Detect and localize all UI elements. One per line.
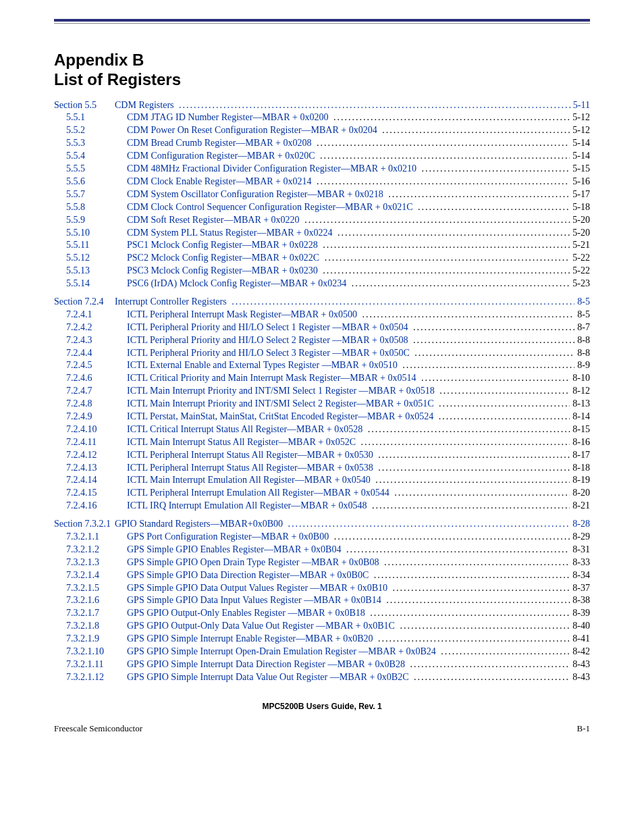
toc-entry-title[interactable]: GPS Port Configuration Register—MBAR + 0… bbox=[127, 531, 570, 544]
toc-entry-title[interactable]: Interrupt Controller Registers bbox=[115, 296, 574, 309]
toc-entry-number[interactable]: 7.2.4.13 bbox=[54, 462, 127, 475]
toc-entry-title[interactable]: GPS Simple GPIO Enables Register—MBAR + … bbox=[127, 544, 570, 556]
toc-entry-page[interactable]: 5-15 bbox=[570, 163, 590, 176]
toc-entry-number[interactable]: 7.2.4.8 bbox=[54, 398, 127, 411]
toc-entry-number[interactable]: 7.2.4.9 bbox=[54, 411, 127, 423]
toc-entry-page[interactable]: 5-11 bbox=[570, 99, 590, 112]
toc-entry-title[interactable]: PSC6 (IrDA) Mclock Config Register—MBAR … bbox=[127, 278, 570, 290]
toc-entry-page[interactable]: 8-16 bbox=[570, 436, 590, 449]
toc-entry-page[interactable]: 5-16 bbox=[570, 176, 590, 188]
toc-entry-number[interactable]: Section 5.5 bbox=[54, 99, 115, 112]
toc-entry-number[interactable]: 5.5.3 bbox=[54, 137, 127, 150]
toc-entry-number[interactable]: 7.3.2.1.3 bbox=[54, 556, 127, 569]
toc-entry-page[interactable]: 8-43 bbox=[570, 658, 590, 671]
toc-entry-number[interactable]: 7.2.4.11 bbox=[54, 436, 127, 449]
toc-entry-number[interactable]: 7.2.4.2 bbox=[54, 321, 127, 334]
toc-entry-number[interactable]: 7.2.4.5 bbox=[54, 359, 127, 372]
toc-entry-number[interactable]: 7.3.2.1.12 bbox=[54, 671, 127, 684]
toc-entry-number[interactable]: 5.5.5 bbox=[54, 163, 127, 176]
toc-entry-number[interactable]: 7.2.4.3 bbox=[54, 334, 127, 347]
toc-entry-number[interactable]: 7.3.2.1.5 bbox=[54, 582, 127, 595]
toc-entry-title[interactable]: ICTL Perstat, MainStat, MainStat, CritSt… bbox=[127, 411, 570, 423]
toc-entry-number[interactable]: 7.2.4.15 bbox=[54, 487, 127, 500]
toc-entry-page[interactable]: 8-40 bbox=[570, 620, 590, 633]
toc-entry-page[interactable]: 8-42 bbox=[570, 646, 590, 658]
toc-entry-number[interactable]: 7.3.2.1.9 bbox=[54, 633, 127, 646]
toc-entry-page[interactable]: 5-20 bbox=[570, 227, 590, 240]
toc-entry-page[interactable]: 8-34 bbox=[570, 569, 590, 582]
toc-entry-page[interactable]: 8-7 bbox=[574, 321, 590, 334]
toc-entry-title[interactable]: GPS GPIO Output-Only Data Value Out Regi… bbox=[127, 620, 570, 633]
toc-entry-number[interactable]: 5.5.11 bbox=[54, 239, 127, 252]
toc-entry-number[interactable]: Section 7.2.4 bbox=[54, 296, 115, 309]
toc-entry-number[interactable]: 7.2.4.16 bbox=[54, 500, 127, 513]
toc-entry-title[interactable]: GPS Simple GPIO Data Direction Register—… bbox=[127, 569, 570, 582]
toc-entry-number[interactable]: 5.5.6 bbox=[54, 176, 127, 188]
toc-entry-title[interactable]: CDM System Oscillator Configuration Regi… bbox=[127, 188, 570, 201]
toc-entry-number[interactable]: 5.5.14 bbox=[54, 278, 127, 290]
toc-entry-page[interactable]: 8-37 bbox=[570, 582, 590, 595]
toc-entry-title[interactable]: CDM Power On Reset Configuration Registe… bbox=[127, 124, 570, 137]
toc-entry-title[interactable]: ICTL Main Interrupt Priority and INT/SMI… bbox=[127, 385, 570, 398]
toc-entry-title[interactable]: GPS GPIO Simple Interrupt Open-Drain Emu… bbox=[127, 646, 570, 658]
toc-entry-page[interactable]: 8-38 bbox=[570, 594, 590, 607]
toc-entry-title[interactable]: ICTL Peripheral Priority and HI/LO Selec… bbox=[127, 321, 574, 334]
toc-entry-title[interactable]: CDM Registers bbox=[115, 99, 570, 112]
toc-entry-title[interactable]: ICTL Peripheral Interrupt Status All Reg… bbox=[127, 462, 570, 475]
toc-entry-title[interactable]: ICTL Peripheral Interrupt Status All Reg… bbox=[127, 449, 570, 462]
toc-entry-page[interactable]: 5-23 bbox=[570, 278, 590, 290]
toc-entry-title[interactable]: PSC2 Mclock Config Register—MBAR + 0x022… bbox=[127, 252, 570, 265]
toc-entry-number[interactable]: 5.5.8 bbox=[54, 201, 127, 214]
toc-entry-title[interactable]: ICTL Peripheral Priority and HI/LO Selec… bbox=[127, 347, 574, 360]
toc-entry-number[interactable]: Section 7.3.2.1 bbox=[54, 518, 115, 531]
toc-entry-title[interactable]: GPS Simple GPIO Data Input Values Regist… bbox=[127, 594, 570, 607]
toc-entry-page[interactable]: 8-15 bbox=[570, 423, 590, 436]
toc-entry-title[interactable]: GPS Simple GPIO Open Drain Type Register… bbox=[127, 556, 570, 569]
toc-entry-title[interactable]: PSC1 Mclock Config Register—MBAR + 0x022… bbox=[127, 239, 570, 252]
toc-entry-page[interactable]: 5-20 bbox=[570, 214, 590, 227]
toc-entry-number[interactable]: 5.5.9 bbox=[54, 214, 127, 227]
toc-entry-page[interactable]: 8-9 bbox=[574, 359, 590, 372]
toc-entry-page[interactable]: 8-19 bbox=[570, 474, 590, 487]
toc-entry-page[interactable]: 5-17 bbox=[570, 188, 590, 201]
toc-entry-page[interactable]: 8-31 bbox=[570, 544, 590, 556]
toc-entry-number[interactable]: 7.2.4.10 bbox=[54, 423, 127, 436]
toc-entry-page[interactable]: 8-8 bbox=[574, 334, 590, 347]
toc-entry-page[interactable]: 8-20 bbox=[570, 487, 590, 500]
toc-entry-number[interactable]: 7.2.4.14 bbox=[54, 474, 127, 487]
toc-entry-title[interactable]: ICTL Peripheral Priority and HI/LO Selec… bbox=[127, 334, 574, 347]
toc-entry-page[interactable]: 8-43 bbox=[570, 671, 590, 684]
toc-entry-page[interactable]: 8-28 bbox=[570, 518, 590, 531]
toc-entry-page[interactable]: 5-12 bbox=[570, 124, 590, 137]
toc-entry-number[interactable]: 5.5.7 bbox=[54, 188, 127, 201]
toc-entry-title[interactable]: CDM Soft Reset Register—MBAR + 0x0220 bbox=[127, 214, 570, 227]
toc-entry-page[interactable]: 8-8 bbox=[574, 347, 590, 360]
toc-entry-title[interactable]: CDM 48MHz Fractional Divider Configurati… bbox=[127, 163, 570, 176]
toc-entry-page[interactable]: 8-29 bbox=[570, 531, 590, 544]
toc-entry-number[interactable]: 7.2.4.7 bbox=[54, 385, 127, 398]
toc-entry-number[interactable]: 5.5.13 bbox=[54, 265, 127, 278]
toc-entry-title[interactable]: CDM Clock Enable Register—MBAR + 0x0214 bbox=[127, 176, 570, 188]
toc-entry-number[interactable]: 7.2.4.6 bbox=[54, 372, 127, 385]
toc-entry-title[interactable]: CDM Clock Control Sequencer Configuratio… bbox=[127, 201, 570, 214]
toc-entry-title[interactable]: ICTL Critical Priority and Main Interrup… bbox=[127, 372, 570, 385]
toc-entry-page[interactable]: 8-41 bbox=[570, 633, 590, 646]
toc-entry-page[interactable]: 5-21 bbox=[570, 239, 590, 252]
toc-entry-title[interactable]: ICTL Peripheral Interrupt Mask Register—… bbox=[127, 309, 574, 321]
toc-entry-title[interactable]: ICTL IRQ Interrupt Emulation All Registe… bbox=[127, 500, 570, 513]
toc-entry-page[interactable]: 5-14 bbox=[570, 150, 590, 163]
toc-entry-page[interactable]: 8-18 bbox=[570, 462, 590, 475]
toc-entry-page[interactable]: 5-22 bbox=[570, 252, 590, 265]
toc-entry-title[interactable]: ICTL Main Interrupt Priority and INT/SMI… bbox=[127, 398, 570, 411]
toc-entry-title[interactable]: GPS GPIO Output-Only Enables Register —M… bbox=[127, 607, 570, 620]
toc-entry-page[interactable]: 8-10 bbox=[570, 372, 590, 385]
toc-entry-number[interactable]: 7.3.2.1.6 bbox=[54, 594, 127, 607]
toc-entry-page[interactable]: 8-5 bbox=[574, 309, 590, 321]
toc-entry-page[interactable]: 8-17 bbox=[570, 449, 590, 462]
toc-entry-title[interactable]: PSC3 Mclock Config Register—MBAR + 0x023… bbox=[127, 265, 570, 278]
toc-entry-number[interactable]: 5.5.12 bbox=[54, 252, 127, 265]
toc-entry-title[interactable]: CDM System PLL Status Register—MBAR + 0x… bbox=[127, 227, 570, 240]
toc-entry-number[interactable]: 5.5.1 bbox=[54, 111, 127, 124]
toc-entry-title[interactable]: ICTL External Enable and External Types … bbox=[127, 359, 574, 372]
toc-entry-number[interactable]: 7.3.2.1.8 bbox=[54, 620, 127, 633]
